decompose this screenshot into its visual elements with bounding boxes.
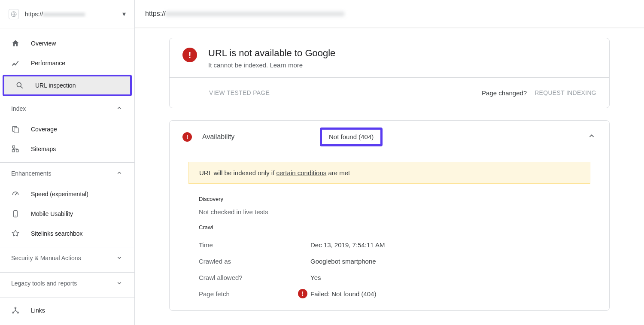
highlight-availability-value: Not found (404) <box>320 128 383 146</box>
property-url: https://xxxxxxxxxxxxxx <box>25 11 116 18</box>
view-tested-page-button[interactable]: VIEW TESTED PAGE <box>209 89 270 96</box>
svg-point-7 <box>15 194 16 195</box>
sidebar-item-coverage[interactable]: Coverage <box>0 119 134 139</box>
section-label: Index <box>11 105 26 112</box>
learn-more-link[interactable]: Learn more <box>270 61 303 69</box>
sidebar-label: Sitelinks searchbox <box>31 230 83 237</box>
sidebar: https://xxxxxxxxxxxxxx ▾ Overview Perfor… <box>0 0 135 325</box>
crawl-row-crawled-as: Crawled as Googlebot smartphone <box>199 253 590 269</box>
chevron-up-icon <box>587 131 596 143</box>
sidebar-item-overview[interactable]: Overview <box>0 33 134 53</box>
indexing-notice: URL will be indexed only if certain cond… <box>188 162 590 184</box>
crawl-row-time: Time Dec 13, 2019, 7:54:11 AM <box>199 237 590 253</box>
sidebar-item-mobile[interactable]: Mobile Usability <box>0 204 134 224</box>
svg-rect-4 <box>12 146 15 148</box>
availability-card: ! Availability Not found (404) URL will … <box>169 120 610 311</box>
highlight-url-inspection: URL inspection <box>3 75 132 96</box>
discovery-value: Not checked in live tests <box>199 208 590 216</box>
sidebar-item-speed[interactable]: Speed (experimental) <box>0 184 134 204</box>
sidebar-nav: Overview Performance URL inspection Inde… <box>0 28 134 320</box>
availability-header[interactable]: ! Availability Not found (404) <box>170 121 609 153</box>
status-subtitle: It cannot be indexed. Learn more <box>208 61 335 69</box>
chevron-up-icon <box>115 104 123 113</box>
svg-rect-5 <box>12 150 15 152</box>
chevron-down-icon <box>115 254 123 263</box>
crawl-row-page-fetch: Page fetch ! Failed: Not found (404) <box>199 286 590 302</box>
status-card: ! URL is not available to Google It cann… <box>169 38 610 108</box>
sidebar-item-sitemaps[interactable]: Sitemaps <box>0 139 134 159</box>
section-label: Enhancements <box>11 170 51 177</box>
sidebar-item-sitelinks[interactable]: Sitelinks searchbox <box>0 224 134 243</box>
sidebar-label: Mobile Usability <box>31 210 73 217</box>
chevron-down-icon <box>115 279 123 288</box>
property-selector[interactable]: https://xxxxxxxxxxxxxx ▾ <box>0 0 134 28</box>
error-icon: ! <box>298 289 307 298</box>
certain-conditions-link[interactable]: certain conditions <box>276 169 327 176</box>
sidebar-label: Performance <box>31 60 65 67</box>
main-content: https://xxxxxxxxxxxxxxxxxxxxxxxxxxxxxxxx… <box>135 0 644 325</box>
status-title: URL is not available to Google <box>208 48 335 59</box>
sidebar-item-url-inspection[interactable]: URL inspection <box>4 76 130 94</box>
svg-rect-6 <box>16 150 18 152</box>
error-icon: ! <box>182 132 192 142</box>
crawl-row-allowed: Crawl allowed? Yes <box>199 269 590 286</box>
page-changed-label: Page changed? <box>482 89 527 97</box>
sidebar-label: Links <box>31 307 45 314</box>
crawl-heading: Crawl <box>199 224 590 231</box>
sidebar-section-index[interactable]: Index <box>0 98 134 119</box>
sidebar-section-security[interactable]: Security & Manual Actions <box>0 247 134 269</box>
svg-point-11 <box>12 312 14 313</box>
request-indexing-button[interactable]: REQUEST INDEXING <box>535 89 596 96</box>
availability-value: Not found (404) <box>329 133 374 140</box>
svg-point-9 <box>15 216 16 216</box>
section-label: Legacy tools and reports <box>11 280 77 287</box>
sidebar-label: Overview <box>31 40 56 47</box>
svg-point-1 <box>17 82 21 87</box>
sidebar-label: Sitemaps <box>31 146 56 152</box>
svg-point-10 <box>15 307 16 309</box>
url-input[interactable]: https://xxxxxxxxxxxxxxxxxxxxxxxxxxxxxxxx… <box>135 0 644 28</box>
sidebar-label: Coverage <box>31 126 57 133</box>
sidebar-label: Speed (experimental) <box>31 191 88 197</box>
sidebar-section-enhancements[interactable]: Enhancements <box>0 163 134 184</box>
section-label: Security & Manual Actions <box>11 255 81 261</box>
caret-down-icon: ▾ <box>122 10 126 18</box>
chevron-up-icon <box>115 169 123 178</box>
availability-label: Availability <box>202 133 310 141</box>
error-icon: ! <box>182 48 197 62</box>
sidebar-section-legacy[interactable]: Legacy tools and reports <box>0 273 134 294</box>
sidebar-item-performance[interactable]: Performance <box>0 53 134 73</box>
svg-point-12 <box>17 312 18 313</box>
discovery-heading: Discovery <box>199 196 590 202</box>
svg-rect-3 <box>14 128 18 133</box>
globe-icon <box>9 9 19 19</box>
sidebar-label: URL inspection <box>35 82 76 89</box>
sidebar-item-links[interactable]: Links <box>0 301 134 320</box>
